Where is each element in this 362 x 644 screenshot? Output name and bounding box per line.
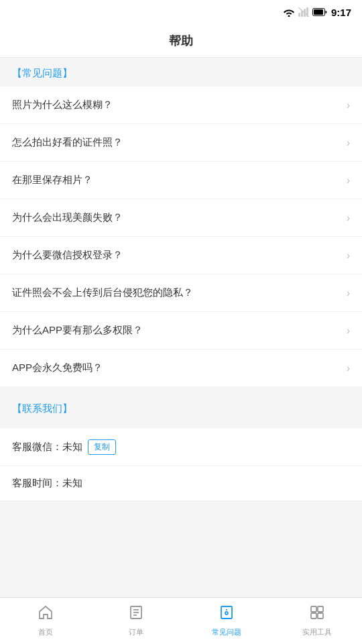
contact-section-label: 【联系我们】: [12, 402, 72, 414]
page-title: 帮助: [169, 33, 193, 49]
faq-item[interactable]: 为什么会出现美颜失败？ ›: [0, 199, 362, 237]
home-tab-icon: [38, 604, 54, 625]
contact-section-header: 【联系我们】: [0, 393, 362, 422]
chevron-right-icon: ›: [347, 212, 350, 224]
tab-bar: 首页 订单 常见问题 实用工具: [0, 597, 362, 644]
status-time: 9:17: [331, 7, 351, 18]
faq-list: 照片为什么这么模糊？ › 怎么拍出好看的证件照？ › 在那里保存相片？ › 为什…: [0, 87, 362, 386]
faq-text: 怎么拍出好看的证件照？: [12, 136, 123, 149]
content-area: 【常见问题】 照片为什么这么模糊？ › 怎么拍出好看的证件照？ › 在那里保存相…: [0, 58, 362, 597]
signal-icon: [298, 7, 309, 17]
wechat-label: 客服微信：未知: [12, 441, 82, 453]
faq-item[interactable]: 为什么要微信授权登录？ ›: [0, 237, 362, 274]
tools-tab-icon: [309, 604, 325, 625]
faq-item[interactable]: 在那里保存相片？ ›: [0, 162, 362, 199]
time-row: 客服时间：未知: [0, 466, 362, 501]
chevron-right-icon: ›: [347, 362, 350, 374]
order-tab-label: 订单: [129, 627, 143, 637]
tab-order[interactable]: 订单: [90, 598, 181, 644]
svg-rect-15: [318, 606, 323, 612]
svg-rect-0: [298, 13, 300, 17]
chevron-right-icon: ›: [347, 250, 350, 262]
faq-item[interactable]: 怎么拍出好看的证件照？ ›: [0, 124, 362, 162]
faq-text: 为什么要微信授权登录？: [12, 249, 123, 262]
chevron-right-icon: ›: [347, 325, 350, 337]
svg-point-12: [225, 612, 228, 614]
faq-item[interactable]: 证件照会不会上传到后台侵犯您的隐私？ ›: [0, 274, 362, 312]
order-tab-icon: [128, 604, 144, 625]
chevron-right-icon: ›: [347, 174, 350, 186]
wifi-icon: [283, 7, 295, 17]
svg-rect-17: [318, 613, 323, 619]
faq-tab-icon: [219, 604, 235, 625]
faq-item[interactable]: 照片为什么这么模糊？ ›: [0, 87, 362, 124]
faq-text: APP会永久免费吗？: [12, 362, 103, 374]
faq-item[interactable]: 为什么APP要有那么多权限？ ›: [0, 312, 362, 350]
tab-faq[interactable]: 常见问题: [181, 598, 272, 644]
tab-home[interactable]: 首页: [0, 598, 90, 644]
time-label: 客服时间：未知: [12, 477, 82, 490]
home-tab-label: 首页: [38, 627, 53, 637]
svg-rect-11: [221, 606, 232, 619]
faq-tab-label: 常见问题: [212, 627, 241, 637]
faq-section-header: 【常见问题】: [0, 58, 362, 87]
faq-text: 为什么会出现美颜失败？: [12, 211, 123, 224]
chevron-right-icon: ›: [347, 287, 350, 299]
page-header: 帮助: [0, 24, 362, 58]
svg-rect-16: [311, 613, 316, 619]
wechat-row: 客服微信：未知 复制: [0, 429, 362, 466]
faq-text: 证件照会不会上传到后台侵犯您的隐私？: [12, 286, 193, 299]
chevron-right-icon: ›: [347, 137, 350, 149]
faq-item[interactable]: APP会永久免费吗？ ›: [0, 350, 362, 386]
svg-rect-14: [311, 606, 316, 612]
chevron-right-icon: ›: [347, 99, 350, 111]
tools-tab-label: 实用工具: [302, 627, 332, 637]
faq-text: 照片为什么这么模糊？: [12, 99, 113, 111]
status-bar: 9:17: [0, 0, 362, 24]
tab-tools[interactable]: 实用工具: [272, 598, 362, 644]
battery-icon: [312, 8, 327, 16]
status-icons: [283, 7, 327, 17]
faq-section-label: 【常见问题】: [12, 67, 72, 78]
faq-text: 在那里保存相片？: [12, 174, 93, 186]
contact-section: 客服微信：未知 复制 客服时间：未知: [0, 429, 362, 501]
faq-text: 为什么APP要有那么多权限？: [12, 324, 143, 337]
copy-button[interactable]: 复制: [88, 439, 116, 455]
svg-rect-6: [314, 9, 323, 15]
